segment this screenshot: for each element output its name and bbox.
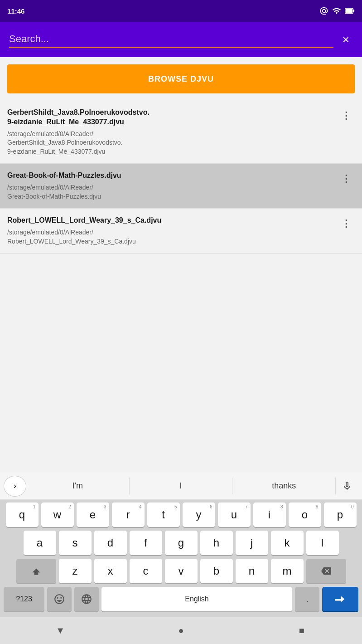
key-m[interactable]: m: [271, 559, 304, 583]
key-p[interactable]: 0p: [324, 503, 357, 527]
signal-icon: [332, 6, 341, 15]
key-j[interactable]: j: [236, 531, 268, 555]
recents-nav-icon: ■: [299, 625, 304, 636]
suggestions-bar: › I'm I thanks: [0, 473, 362, 500]
period-key[interactable]: .: [295, 587, 319, 611]
globe-key[interactable]: [74, 587, 99, 611]
enter-icon: [334, 594, 347, 604]
key-v[interactable]: v: [165, 559, 198, 583]
key-y[interactable]: 6y: [183, 503, 215, 527]
status-icons: [319, 6, 355, 15]
microphone-button[interactable]: [336, 475, 358, 498]
microphone-icon: [342, 481, 352, 492]
file-item-content: GerbertShildt_Java8.Polnoerukovodstvo.9-…: [7, 108, 338, 156]
home-nav-button[interactable]: ●: [167, 620, 194, 642]
file-menu-button[interactable]: ⋮: [338, 216, 355, 231]
key-row-2: a s d f g h j k l: [2, 531, 360, 555]
file-path: /storage/emulated/0/AlReader/Robert_LOWE…: [7, 228, 334, 246]
shift-key[interactable]: [16, 559, 56, 583]
key-q[interactable]: 1q: [6, 503, 39, 527]
suggestion-item[interactable]: I'm: [26, 478, 130, 494]
back-nav-button[interactable]: ▼: [47, 620, 74, 642]
key-c[interactable]: c: [130, 559, 162, 583]
key-a[interactable]: a: [24, 531, 56, 555]
key-t[interactable]: 5t: [147, 503, 180, 527]
recents-nav-button[interactable]: ■: [288, 620, 315, 642]
emoji-key[interactable]: [47, 587, 72, 611]
search-input[interactable]: [9, 31, 333, 47]
file-name: GerbertShildt_Java8.Polnoerukovodstvo.9-…: [7, 108, 334, 127]
file-name: Robert_LOWELL_Lord_Weary_39_s_Ca.djvu: [7, 216, 334, 225]
browse-djvu-button[interactable]: BROWSE DJVU: [7, 64, 355, 93]
suggestion-expand-button[interactable]: ›: [4, 476, 26, 497]
file-item[interactable]: Great-Book-of-Math-Puzzles.djvu /storage…: [0, 164, 362, 209]
key-o[interactable]: 9o: [289, 503, 321, 527]
suggestion-item[interactable]: I: [130, 478, 233, 494]
key-b[interactable]: b: [200, 559, 233, 583]
file-menu-button[interactable]: ⋮: [338, 171, 355, 186]
svg-rect-1: [353, 10, 354, 12]
key-e[interactable]: 3e: [77, 503, 109, 527]
battery-icon: [345, 7, 355, 15]
numbers-key[interactable]: ?123: [4, 587, 44, 611]
key-l[interactable]: l: [306, 531, 339, 555]
close-button[interactable]: ×: [339, 29, 353, 50]
key-z[interactable]: z: [59, 559, 92, 583]
search-bar: ×: [0, 22, 362, 57]
chevron-right-icon: ›: [14, 481, 16, 491]
key-f[interactable]: f: [130, 531, 162, 555]
status-time: 11:46: [7, 7, 24, 15]
key-x[interactable]: x: [94, 559, 127, 583]
key-d[interactable]: d: [94, 531, 127, 555]
key-s[interactable]: s: [59, 531, 92, 555]
key-h[interactable]: h: [200, 531, 233, 555]
key-row-3: z x c v b n m: [2, 559, 360, 583]
globe-icon: [81, 593, 92, 605]
space-key[interactable]: English: [101, 587, 292, 611]
file-menu-button[interactable]: ⋮: [338, 108, 355, 123]
emoji-icon: [53, 593, 65, 605]
backspace-icon: [320, 566, 333, 576]
backspace-key[interactable]: [306, 559, 346, 583]
key-r[interactable]: 4r: [112, 503, 145, 527]
back-nav-icon: ▼: [56, 625, 65, 636]
search-input-wrapper: [9, 31, 333, 48]
file-path: /storage/emulated/0/AlReader/GerbertShil…: [7, 130, 334, 156]
file-list: GerbertShildt_Java8.Polnoerukovodstvo.9-…: [0, 101, 362, 254]
keyboard-area: › I'm I thanks 1q 2w 3e 4r 5t 6y 7u 8i 9…: [0, 473, 362, 644]
key-k[interactable]: k: [271, 531, 304, 555]
keyboard-keys: 1q 2w 3e 4r 5t 6y 7u 8i 9o 0p a s d f g …: [0, 500, 362, 617]
file-path: /storage/emulated/0/AlReader/Great-Book-…: [7, 183, 334, 201]
file-item[interactable]: Robert_LOWELL_Lord_Weary_39_s_Ca.djvu /s…: [0, 209, 362, 254]
key-n[interactable]: n: [236, 559, 268, 583]
home-nav-icon: ●: [178, 625, 183, 636]
key-w[interactable]: 2w: [41, 503, 74, 527]
at-icon: [319, 6, 328, 15]
file-name: Great-Book-of-Math-Puzzles.djvu: [7, 171, 334, 181]
search-underline: [9, 47, 333, 48]
suggestion-item[interactable]: thanks: [232, 478, 336, 494]
status-bar: 11:46: [0, 0, 362, 22]
file-item[interactable]: GerbertShildt_Java8.Polnoerukovodstvo.9-…: [0, 101, 362, 164]
navigation-bar: ▼ ● ■: [0, 617, 362, 644]
key-u[interactable]: 7u: [218, 503, 251, 527]
file-item-content: Robert_LOWELL_Lord_Weary_39_s_Ca.djvu /s…: [7, 216, 338, 246]
bottom-key-row: ?123 English .: [2, 587, 360, 614]
key-row-1: 1q 2w 3e 4r 5t 6y 7u 8i 9o 0p: [2, 503, 360, 527]
svg-rect-2: [345, 9, 352, 13]
file-item-content: Great-Book-of-Math-Puzzles.djvu /storage…: [7, 171, 338, 201]
enter-key[interactable]: [322, 587, 358, 611]
key-g[interactable]: g: [165, 531, 198, 555]
key-i[interactable]: 8i: [253, 503, 286, 527]
shift-icon: [30, 565, 42, 577]
